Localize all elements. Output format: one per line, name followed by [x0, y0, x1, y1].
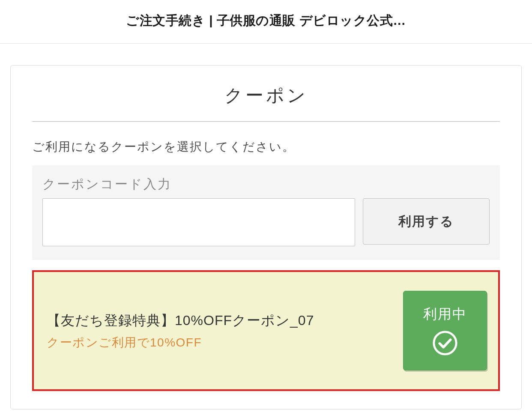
- check-circle-icon: [432, 330, 458, 356]
- coupon-status-button[interactable]: 利用中: [403, 291, 487, 370]
- coupon-status-label: 利用中: [423, 305, 467, 324]
- coupon-code-label: クーポンコード入力: [42, 176, 490, 193]
- coupon-description: クーポンご利用で10%OFF: [47, 334, 393, 351]
- page-title: ご注文手続き | 子供服の通販 デビロック公式…: [0, 12, 532, 30]
- apply-coupon-button[interactable]: 利用する: [363, 198, 490, 245]
- coupon-text-block: 【友だち登録特典】10%OFFクーポン_07 クーポンご利用で10%OFF: [47, 311, 393, 351]
- coupon-title: 【友だち登録特典】10%OFFクーポン_07: [47, 311, 393, 330]
- panel-title: クーポン: [32, 66, 500, 122]
- coupon-code-input[interactable]: [42, 198, 355, 246]
- svg-point-0: [434, 332, 456, 354]
- coupon-code-entry: クーポンコード入力 利用する: [32, 165, 500, 260]
- coupon-code-row: 利用する: [42, 198, 490, 246]
- coupon-panel: クーポン ご利用になるクーポンを選択してください。 クーポンコード入力 利用する…: [10, 65, 522, 409]
- instruction-text: ご利用になるクーポンを選択してください。: [32, 122, 500, 165]
- page-header: ご注文手続き | 子供服の通販 デビロック公式…: [0, 0, 532, 44]
- content-area: クーポン ご利用になるクーポンを選択してください。 クーポンコード入力 利用する…: [0, 44, 532, 409]
- coupon-card-active[interactable]: 【友だち登録特典】10%OFFクーポン_07 クーポンご利用で10%OFF 利用…: [32, 270, 500, 391]
